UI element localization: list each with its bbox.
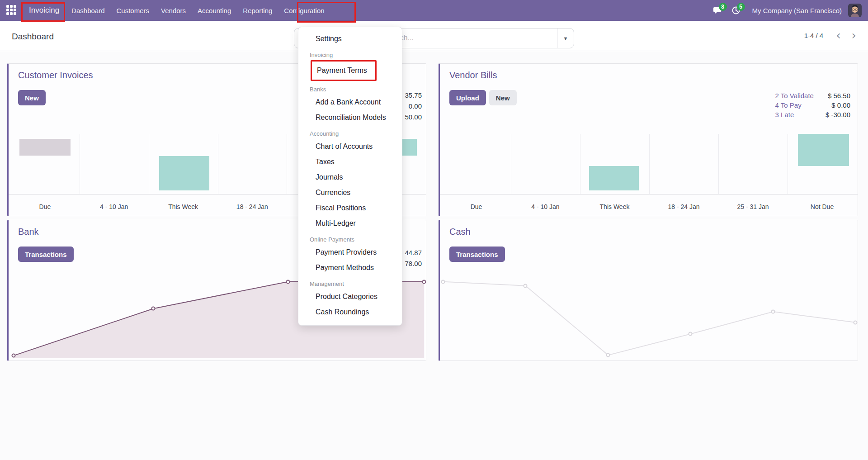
chart-point-marker [524, 284, 528, 288]
messages-badge: 8 [719, 3, 727, 11]
cash-card: Cash Transactions [439, 220, 858, 361]
vendor-bills-stats: 2 To Validate$ 56.504 To Pay$ 0.003 Late… [775, 92, 850, 119]
menu-section-invoicing: Invoicing [298, 49, 402, 60]
x-label-this-week: This Week [149, 203, 218, 210]
amount-value: 78.00 [405, 259, 422, 268]
amount-value: 50.00 [405, 113, 422, 122]
chart-bar-not-due [798, 134, 849, 166]
upload-bill-button[interactable]: Upload [449, 90, 486, 105]
x-label-due: Due [442, 203, 511, 210]
chart-gridline [511, 134, 511, 194]
bank-amounts: 44.8778.00 [405, 248, 422, 268]
search-options-toggle[interactable]: ▼ [557, 28, 574, 48]
card-title-bank: Bank [18, 227, 39, 237]
customer-invoices-amounts: 35.750.0050.00 [405, 91, 422, 122]
nav-item-reporting[interactable]: Reporting [237, 0, 278, 21]
stat-link-2-to-validate[interactable]: 2 To Validate [775, 92, 814, 100]
new-bill-button[interactable]: New [489, 90, 517, 105]
cash-transactions-button[interactable]: Transactions [449, 247, 505, 262]
pager: 1-4 / 4 ‹ › [804, 30, 861, 41]
x-axis-labels: Due4 - 10 JanThis Week18 - 24 Jan25 - 31… [442, 203, 857, 210]
menu-item-currencies[interactable]: Currencies [298, 185, 402, 200]
menu-item-reconciliation-models[interactable]: Reconciliation Models [298, 110, 402, 125]
menu-item-taxes[interactable]: Taxes [298, 154, 402, 170]
card-title-cash: Cash [449, 227, 471, 237]
pager-next-button[interactable]: › [847, 30, 861, 41]
top-navbar: Invoicing DashboardCustomersVendorsAccou… [0, 0, 868, 21]
x-label-this-week: This Week [580, 203, 649, 210]
menu-item-product-categories[interactable]: Product Categories [298, 289, 402, 304]
chart-gridline [580, 134, 580, 194]
new-invoice-button[interactable]: New [18, 90, 46, 105]
cash-line-chart [442, 270, 857, 358]
breadcrumb[interactable]: Dashboard [12, 32, 54, 42]
menu-item-chart-of-accounts[interactable]: Chart of Accounts [298, 139, 402, 154]
nav-item-dashboard[interactable]: Dashboard [66, 0, 110, 21]
menu-item-add-a-bank-account[interactable]: Add a Bank Account [298, 95, 402, 110]
card-title-customer-invoices: Customer Invoices [18, 70, 93, 81]
menu-item-payment-methods[interactable]: Payment Methods [298, 260, 402, 275]
chart-bar-due [19, 139, 71, 156]
chart-point-marker [286, 280, 290, 284]
nav-item-accounting[interactable]: Accounting [192, 0, 237, 21]
chart-point-marker [441, 280, 445, 284]
company-switcher[interactable]: My Company (San Francisco) [752, 7, 842, 14]
vendor-bills-bar-chart [442, 134, 857, 194]
nav-item-customers[interactable]: Customers [111, 0, 156, 21]
amount-value: 44.87 [405, 248, 422, 257]
menu-section-banks: Banks [298, 84, 402, 95]
chart-point-marker [606, 353, 610, 357]
chart-gridline [718, 134, 719, 194]
stat-link-4-to-pay[interactable]: 4 To Pay [775, 101, 814, 109]
menu-item-multi-ledger[interactable]: Multi-Ledger [298, 216, 402, 231]
x-label-due: Due [10, 203, 80, 210]
menu-item-settings[interactable]: Settings [298, 31, 402, 47]
menu-section-accounting: Accounting [298, 128, 402, 139]
menu-item-cash-roundings[interactable]: Cash Roundings [298, 304, 402, 320]
activities-badge: 5 [737, 3, 745, 11]
stat-value-3-late: $ -30.00 [826, 111, 850, 119]
chart-gridline [80, 134, 80, 194]
nav-item-vendors[interactable]: Vendors [155, 0, 192, 21]
chart-gridline [218, 134, 218, 194]
user-avatar[interactable] [848, 4, 862, 17]
x-label-4-10-jan: 4 - 10 Jan [511, 203, 580, 210]
pager-value: 1-4 / 4 [804, 32, 824, 39]
chart-gridline [649, 134, 650, 194]
x-label-18-24-jan: 18 - 24 Jan [217, 203, 287, 210]
chart-point-marker [422, 280, 426, 284]
chart-point-marker [12, 354, 16, 358]
chevron-down-icon: ▼ [563, 36, 568, 41]
x-label-not-due: Not Due [788, 203, 857, 210]
card-title-vendor-bills: Vendor Bills [449, 70, 497, 81]
stat-link-3-late[interactable]: 3 Late [775, 111, 814, 119]
chart-gridline [149, 134, 149, 194]
chart-gridline [788, 134, 788, 194]
menu-item-payment-providers[interactable]: Payment Providers [298, 245, 402, 260]
x-axis-line [440, 194, 858, 194]
navbar-right: 8 5 My Company (San Francisco) [710, 2, 868, 19]
menu-item-payment-terms[interactable]: Payment Terms [311, 60, 377, 81]
chart-point-marker [771, 310, 775, 314]
amount-value: 35.75 [405, 91, 422, 100]
stat-value-4-to-pay: $ 0.00 [826, 101, 850, 109]
x-label-25-31-jan: 25 - 31 Jan [718, 203, 788, 210]
stat-value-2-to-validate: $ 56.50 [826, 92, 850, 100]
bank-transactions-button[interactable]: Transactions [18, 247, 74, 262]
app-name-invoicing[interactable]: Invoicing [23, 0, 66, 21]
menu-item-fiscal-positions[interactable]: Fiscal Positions [298, 200, 402, 216]
main-menu: DashboardCustomersVendorsAccountingRepor… [66, 0, 330, 21]
x-label-4-10-jan: 4 - 10 Jan [80, 203, 149, 210]
nav-item-configuration[interactable]: Configuration [278, 0, 330, 21]
menu-item-journals[interactable]: Journals [298, 170, 402, 185]
x-label-18-24-jan: 18 - 24 Jan [649, 203, 718, 210]
chart-point-marker [854, 320, 858, 324]
pager-previous-button[interactable]: ‹ [831, 30, 845, 41]
messages-button[interactable]: 8 [710, 2, 726, 19]
menu-section-online-payments: Online Payments [298, 234, 402, 245]
activities-button[interactable]: 5 [728, 2, 744, 19]
chart-bar-this-week [159, 156, 209, 190]
chart-gridline [287, 134, 287, 194]
apps-menu-icon[interactable] [6, 5, 17, 16]
vendor-bills-card: Vendor Bills Upload New 2 To Validate$ 5… [439, 63, 858, 216]
